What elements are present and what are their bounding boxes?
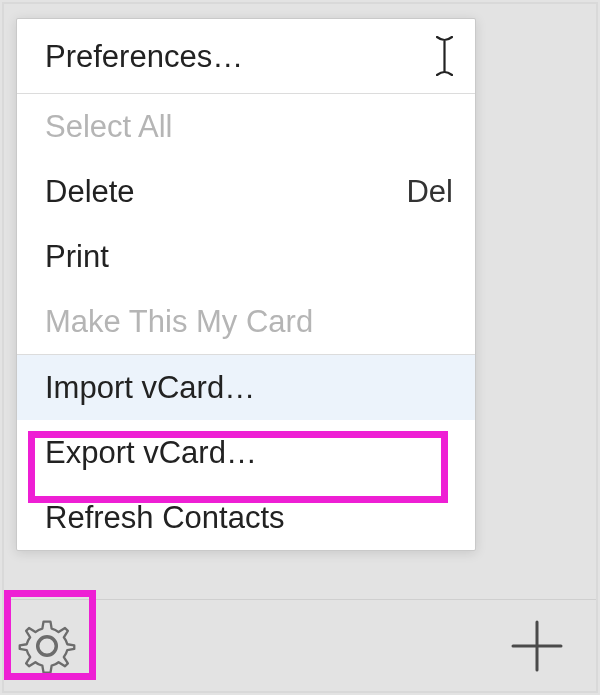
gear-icon bbox=[18, 617, 76, 675]
menu-label-delete: Delete bbox=[45, 176, 135, 207]
menu-label-make-my-card: Make This My Card bbox=[45, 306, 313, 337]
menu-item-import-vcard[interactable]: Import vCard… bbox=[17, 355, 475, 420]
menu-label-refresh-contacts: Refresh Contacts bbox=[45, 502, 285, 533]
settings-button[interactable] bbox=[12, 611, 82, 681]
menu-item-export-vcard[interactable]: Export vCard… bbox=[17, 420, 475, 485]
menu-group-prefs: Preferences… bbox=[17, 19, 475, 93]
add-contact-button[interactable] bbox=[502, 611, 572, 681]
menu-item-make-my-card: Make This My Card bbox=[17, 289, 475, 354]
menu-item-refresh-contacts[interactable]: Refresh Contacts bbox=[17, 485, 475, 550]
menu-item-print[interactable]: Print bbox=[17, 224, 475, 289]
menu-item-delete[interactable]: Delete Del bbox=[17, 159, 475, 224]
menu-item-select-all: Select All bbox=[17, 94, 475, 159]
plus-icon bbox=[509, 618, 565, 674]
menu-label-select-all: Select All bbox=[45, 111, 173, 142]
menu-group-vcard: Import vCard… Export vCard… Refresh Cont… bbox=[17, 354, 475, 550]
settings-menu: Preferences… Select All Delete Del Print… bbox=[16, 18, 476, 551]
text-cursor-icon bbox=[436, 36, 453, 76]
menu-shortcut-delete: Del bbox=[406, 176, 453, 207]
menu-item-preferences[interactable]: Preferences… bbox=[17, 19, 475, 93]
bottom-toolbar bbox=[4, 599, 596, 691]
menu-label-import-vcard: Import vCard… bbox=[45, 372, 255, 403]
svg-point-0 bbox=[38, 636, 57, 655]
menu-group-edit: Select All Delete Del Print Make This My… bbox=[17, 93, 475, 354]
menu-label-print: Print bbox=[45, 241, 109, 272]
menu-label-export-vcard: Export vCard… bbox=[45, 437, 257, 468]
menu-label-preferences: Preferences… bbox=[45, 41, 243, 72]
